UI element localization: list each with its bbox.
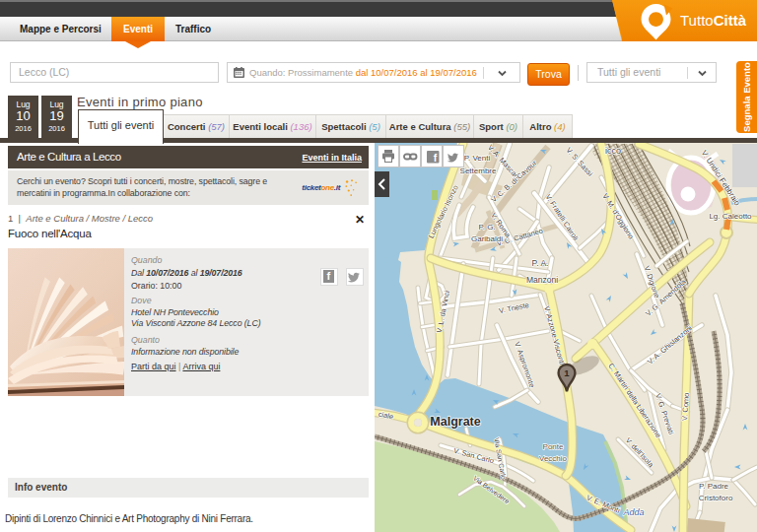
svg-text:Manzoni: Manzoni	[526, 275, 558, 285]
svg-text:P. Venti: P. Venti	[464, 154, 491, 163]
svg-text:Malgrate: Malgrate	[430, 415, 480, 429]
svg-text:Settembre: Settembre	[460, 166, 497, 175]
svg-text:1: 1	[564, 367, 570, 378]
svg-text:Cristoforo: Cristoforo	[699, 494, 733, 502]
svg-text:P. A.: P. A.	[532, 258, 549, 268]
svg-text:icco: icco	[605, 146, 621, 156]
svg-text:P. Padre: P. Padre	[699, 482, 729, 491]
svg-text:Adda: Adda	[622, 507, 644, 517]
svg-text:Lg. Caleotto: Lg. Caleotto	[709, 212, 752, 221]
svg-text:Garibaldi: Garibaldi	[471, 234, 503, 243]
svg-text:f: f	[434, 152, 438, 164]
svg-text:Ponte: Ponte	[543, 442, 564, 451]
svg-text:P. G.: P. G.	[478, 223, 495, 232]
svg-text:Vecchio: Vecchio	[539, 454, 568, 463]
